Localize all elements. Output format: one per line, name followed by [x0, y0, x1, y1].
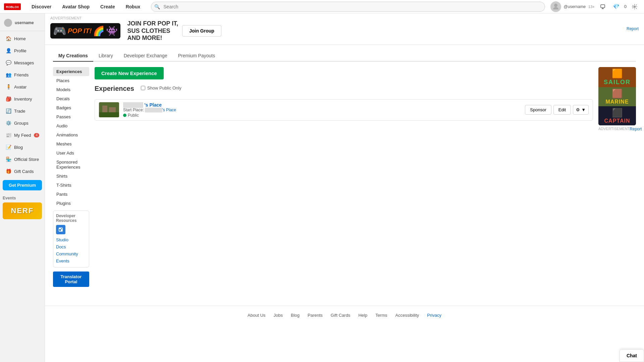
sailor-char: 🟧 [600, 68, 635, 79]
sidebar-item-avatar[interactable]: 🧍 Avatar [1, 81, 43, 93]
translator-portal-button[interactable]: Translator Portal [53, 272, 89, 287]
tab-developer-exchange[interactable]: Developer Exchange [118, 50, 173, 62]
sidebar-item-profile[interactable]: 👤 Profile [1, 45, 43, 56]
footer-help[interactable]: Help [358, 313, 367, 318]
avatar[interactable] [550, 1, 561, 12]
dev-link-studio[interactable]: Studio [56, 236, 86, 243]
sidebar-item-trade[interactable]: 🔄 Trade [1, 105, 43, 117]
sidebar-item-blog[interactable]: 📝 Blog [1, 141, 43, 153]
sidebar-item-inventory[interactable]: 🎒 Inventory [1, 93, 43, 105]
subnav-tshirts[interactable]: T-Shirts [53, 181, 89, 190]
pop-it-rainbow: 🌈 [93, 25, 105, 37]
right-ad-report-link[interactable]: Report [630, 127, 642, 131]
settings-icon[interactable] [629, 1, 640, 12]
chat-button[interactable]: Chat [620, 349, 644, 362]
edit-button[interactable]: Edit [553, 105, 571, 115]
ad-text-block: JOIN FOR POP IT, SUS CLOTHES AND MORE! [127, 20, 178, 42]
sidebar-item-myfeed[interactable]: 📰 My Feed 4 [1, 129, 43, 141]
nav-robux[interactable]: Robux [120, 0, 146, 13]
nav-avatar-shop[interactable]: Avatar Shop [57, 0, 95, 13]
show-public-only-checkbox[interactable] [141, 86, 145, 90]
center-panel: Create New Experience Experiences Show P… [95, 67, 593, 287]
footer-about[interactable]: About Us [248, 313, 265, 318]
start-place-link[interactable]: ██████'s Place [145, 108, 176, 112]
subnav-sponsored-experiences[interactable]: Sponsored Experiences [53, 158, 89, 172]
footer-accessibility[interactable]: Accessibility [395, 313, 419, 318]
footer-terms[interactable]: Terms [375, 313, 387, 318]
tab-my-creations[interactable]: My Creations [53, 50, 93, 62]
sidebar-label-groups: Groups [14, 121, 29, 126]
sponsor-button[interactable]: Sponsor [525, 105, 551, 115]
captain-label: CAPTAIN [600, 118, 635, 124]
subnav-passes[interactable]: Passes [53, 112, 89, 121]
sidebar-item-friends[interactable]: 👥 Friends [1, 69, 43, 80]
footer-privacy[interactable]: Privacy [427, 313, 441, 318]
robux-icon[interactable]: 💎 [611, 1, 622, 12]
marine-label: MARINE [600, 99, 635, 105]
svg-point-6 [634, 6, 636, 7]
svg-text:ROBLOX: ROBLOX [6, 5, 19, 9]
search-icon: 🔍 [154, 4, 160, 9]
search-input[interactable] [151, 2, 545, 12]
subnav-shirts[interactable]: Shirts [53, 172, 89, 181]
sidebar-label-messages: Messages [14, 60, 34, 65]
sidebar-item-official-store[interactable]: 🏪 Official Store [1, 154, 43, 165]
dev-link-community[interactable]: Community [56, 250, 86, 257]
dev-link-docs[interactable]: Docs [56, 243, 86, 250]
captain-section: ⬛ CAPTAIN [598, 106, 636, 125]
sidebar-item-home[interactable]: 🏠 Home [1, 33, 43, 44]
ad-report-link[interactable]: Report [627, 26, 639, 31]
experience-status: Public [123, 113, 521, 118]
footer-blog[interactable]: Blog [291, 313, 300, 318]
subnav-places[interactable]: Places [53, 76, 89, 85]
join-group-button[interactable]: Join Group [182, 25, 221, 37]
subnav-meshes[interactable]: Meshes [53, 139, 89, 148]
svg-rect-13 [99, 112, 119, 117]
events-banner[interactable]: NERF [3, 202, 42, 219]
subnav-user-ads[interactable]: User Ads [53, 148, 89, 158]
right-ad-image[interactable]: 🟧 SAILOR 🟫 MARINE ⬛ CAPTAIN [598, 67, 636, 125]
subnav-badges[interactable]: Badges [53, 103, 89, 112]
subnav-models[interactable]: Models [53, 85, 89, 94]
subnav-plugins[interactable]: Plugins [53, 199, 89, 208]
marine-char: 🟫 [600, 88, 635, 99]
store-icon: 🏪 [5, 156, 11, 162]
topnav-right: @username 13+ 💎 0 [550, 1, 640, 12]
sidebar-user: username [0, 16, 45, 31]
footer: About Us Jobs Blog Parents Gift Cards He… [45, 306, 644, 324]
sidebar: username 🏠 Home 👤 Profile 💬 Messages 👥 F… [0, 13, 45, 362]
footer-parents[interactable]: Parents [308, 313, 323, 318]
sidebar-item-groups[interactable]: ⚙️ Groups [1, 117, 43, 129]
svg-rect-3 [601, 5, 605, 8]
inventory-icon: 🎒 [5, 96, 11, 102]
sidebar-item-giftcards[interactable]: 🎁 Gift Cards [1, 166, 43, 177]
nav-links: Discover Avatar Shop Create Robux [26, 0, 146, 13]
tab-premium-payouts[interactable]: Premium Payouts [173, 50, 220, 62]
notifications-icon[interactable] [597, 1, 608, 12]
experience-name[interactable]: ██████ 's Place [123, 102, 521, 108]
home-icon: 🏠 [5, 36, 11, 42]
subnav-audio[interactable]: Audio [53, 121, 89, 130]
create-new-experience-button[interactable]: Create New Experience [95, 67, 164, 79]
roblox-logo[interactable]: ROBLOX [4, 3, 21, 11]
dev-link-events[interactable]: Events [56, 257, 86, 264]
get-premium-button[interactable]: Get Premium [3, 180, 42, 190]
subnav-decals[interactable]: Decals [53, 94, 89, 103]
subnav-animations[interactable]: Animations [53, 130, 89, 139]
footer-gift-cards[interactable]: Gift Cards [331, 313, 351, 318]
show-public-only-label[interactable]: Show Public Only [141, 85, 181, 90]
robux-count: 0 [624, 4, 627, 9]
svg-rect-9 [61, 228, 62, 229]
subnav-experiences[interactable]: Experiences [53, 67, 89, 76]
sidebar-item-messages[interactable]: 💬 Messages [1, 57, 43, 68]
friends-icon: 👥 [5, 72, 11, 78]
ad-text-line2: SUS CLOTHES [127, 27, 178, 35]
tab-library[interactable]: Library [93, 50, 118, 62]
subnav-pants[interactable]: Pants [53, 190, 89, 199]
nav-discover[interactable]: Discover [26, 0, 57, 13]
status-dot [123, 114, 126, 117]
nav-create[interactable]: Create [95, 0, 120, 13]
sidebar-label-home: Home [14, 36, 26, 41]
experience-settings-button[interactable]: ⚙ ▼ [573, 105, 589, 115]
footer-jobs[interactable]: Jobs [274, 313, 283, 318]
